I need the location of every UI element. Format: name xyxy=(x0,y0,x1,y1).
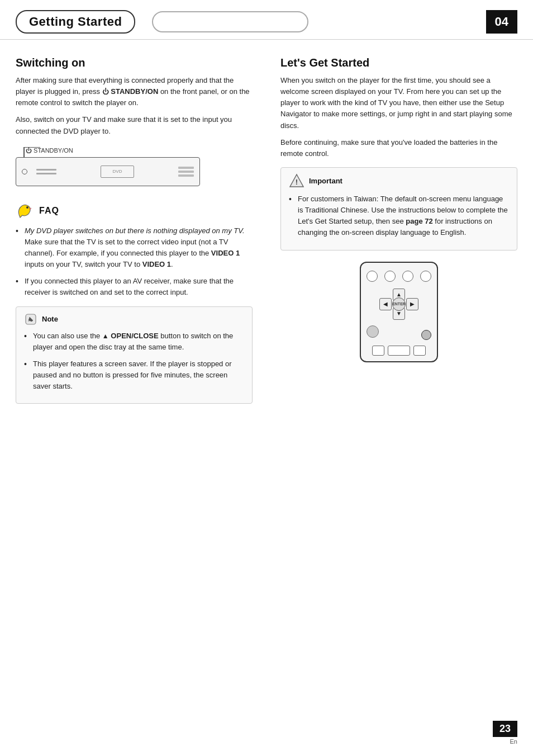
faq-item-1: My DVD player switches on but there is n… xyxy=(16,225,253,271)
remote-side-left-top xyxy=(367,325,379,338)
remote-dpad-right: ▶ xyxy=(406,298,418,310)
faq-item-1-italic: My DVD player switches on but there is n… xyxy=(25,226,245,235)
device-center: DVD xyxy=(56,166,178,178)
important-warning-icon: ! xyxy=(289,173,304,189)
remote-btn-2 xyxy=(384,271,396,282)
switching-on-para-2: Also, switch on your TV and make sure th… xyxy=(16,114,253,136)
note-pencil-icon xyxy=(24,313,37,326)
standby-label: ⏻ STANDBY/ON xyxy=(26,147,73,154)
page-lang: En xyxy=(510,738,517,745)
remote-body: ▲ ▼ ◀ ▶ ENTER xyxy=(360,262,438,362)
left-column: Switching on After making sure that ever… xyxy=(16,56,269,409)
remote-btn-1 xyxy=(367,271,378,282)
device-right-slot-2 xyxy=(178,171,194,173)
faq-header: FAQ xyxy=(16,202,253,220)
note-item-2: This player features a screen saver. If … xyxy=(24,358,244,392)
remote-side-right-top xyxy=(421,330,431,340)
page-number: 23 xyxy=(493,721,517,737)
remote-dpad: ▲ ▼ ◀ ▶ ENTER xyxy=(379,289,418,320)
device-slot-1 xyxy=(36,169,56,171)
important-box: ! Important For customers in Taiwan: The… xyxy=(280,167,517,251)
device-disc-slot: DVD xyxy=(101,166,134,178)
note-item-1: You can also use the ▲ OPEN/CLOSE button… xyxy=(24,330,244,353)
note-title: Note xyxy=(42,315,58,323)
page-header: Getting Started 04 xyxy=(0,0,533,40)
svg-text:!: ! xyxy=(296,178,298,186)
lets-get-started-para-2: Before continuing, make sure that you've… xyxy=(280,137,517,159)
chapter-title: Getting Started xyxy=(16,10,135,34)
faq-list: My DVD player switches on but there is n… xyxy=(16,225,253,299)
important-item-1: For customers in Taiwan: The default on-… xyxy=(289,193,509,239)
remote-btn-4 xyxy=(420,271,431,282)
device-box: DVD xyxy=(16,157,200,186)
remote-top-buttons xyxy=(367,271,431,282)
important-title: Important xyxy=(309,177,342,185)
remote-bottom-buttons xyxy=(372,346,426,356)
lets-get-started-para-1: When you switch on the player for the fi… xyxy=(280,75,517,131)
lets-get-started-title: Let's Get Started xyxy=(280,56,517,69)
device-slots xyxy=(36,169,56,174)
device-power-dot xyxy=(22,169,27,174)
remote-bottom-left xyxy=(372,346,384,356)
remote-illustration: ▲ ▼ ◀ ▶ ENTER xyxy=(280,262,517,362)
device-right-slot-3 xyxy=(178,174,194,177)
faq-item-1-body: Make sure that the TV is set to the corr… xyxy=(25,238,240,268)
standby-symbol: ⏻ xyxy=(26,147,32,154)
device-disc-label: DVD xyxy=(113,169,122,174)
device-right-panel xyxy=(178,167,194,177)
note-box: Note You can also use the ▲ OPEN/CLOSE b… xyxy=(16,306,253,404)
remote-bottom-right xyxy=(413,346,426,356)
remote-btn-3 xyxy=(402,271,413,282)
remote-side-buttons xyxy=(367,325,431,340)
important-header: ! Important xyxy=(289,173,509,189)
remote-dpad-left: ◀ xyxy=(379,298,392,310)
page-footer: 23 En xyxy=(493,721,517,745)
switching-on-title: Switching on xyxy=(16,56,253,69)
device-illustration: ⏻ STANDBY/ON DVD xyxy=(16,147,206,192)
faq-title: FAQ xyxy=(39,206,59,216)
faq-item-2: If you connected this player to an AV re… xyxy=(16,276,253,298)
standby-icon: ⏻ xyxy=(102,87,109,97)
chapter-number: 04 xyxy=(486,10,517,34)
device-right-slot-1 xyxy=(178,167,194,169)
switching-on-para-1: After making sure that everything is con… xyxy=(16,75,253,108)
remote-bottom-center xyxy=(388,346,410,356)
open-close-icon: ▲ xyxy=(102,331,109,342)
faq-item-2-body: If you connected this player to an AV re… xyxy=(25,277,234,296)
header-empty-field xyxy=(152,11,308,32)
remote-dpad-enter: ENTER xyxy=(392,297,406,311)
note-list: You can also use the ▲ OPEN/CLOSE button… xyxy=(24,330,244,393)
right-column: Let's Get Started When you switch on the… xyxy=(269,56,517,409)
device-slot-2 xyxy=(36,173,56,174)
note-header: Note xyxy=(24,313,244,326)
faq-section: FAQ My DVD player switches on but there … xyxy=(16,202,253,299)
important-list: For customers in Taiwan: The default on-… xyxy=(289,193,509,239)
faq-icon xyxy=(16,202,34,220)
svg-point-0 xyxy=(26,206,28,209)
main-content: Switching on After making sure that ever… xyxy=(0,56,533,409)
